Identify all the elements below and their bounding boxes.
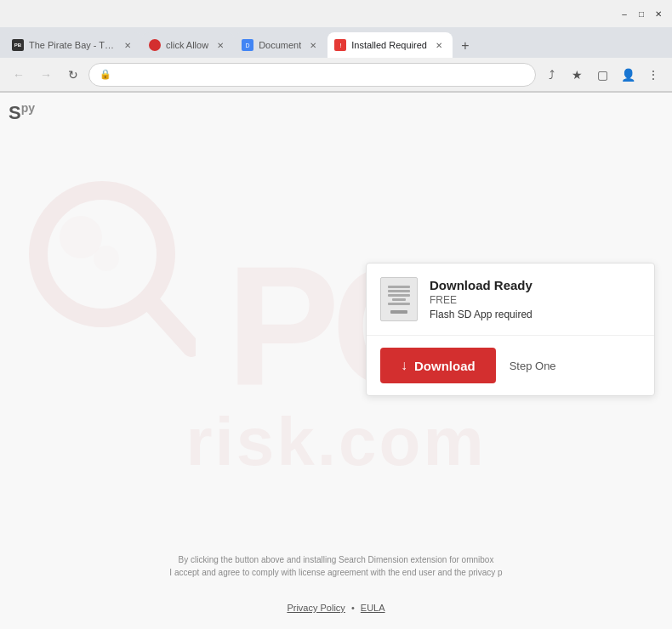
step-one-button[interactable]: Step One [496,349,570,382]
tab-label-document: Document [259,40,301,50]
download-buttons: ↓ Download Step One [367,336,654,395]
app-icon-line-2 [388,290,410,292]
window-chrome: – □ ✕ PB The Pirate Bay - The ga... ✕ cl… [0,0,672,93]
step-one-label: Step One [510,360,556,372]
bookmark-button[interactable]: ★ [565,63,589,87]
privacy-policy-link[interactable]: Privacy Policy [287,603,345,613]
watermark-risk: risk.com [185,403,486,481]
profile-button[interactable]: 👤 [616,63,640,87]
app-icon-line-6 [390,310,407,314]
tab-favicon-click-allow [149,39,161,51]
app-icon-line-4 [392,298,406,301]
share-button[interactable]: ⤴ [539,63,563,87]
app-icon [380,277,418,321]
download-free-label: FREE [430,294,641,306]
tab-favicon-installed: ! [334,39,346,51]
download-panel: Download Ready FREE Flash SD App require… [366,263,655,396]
download-info: Download Ready FREE Flash SD App require… [367,264,654,336]
address-bar: ← → ↻ 🔒 ⤴ ★ ▢ 👤 ⋮ [0,58,672,92]
fine-print-line1: By clicking the button above and install… [34,553,638,566]
download-button-label: Download [414,359,476,373]
download-meta: Download Ready FREE Flash SD App require… [430,278,641,320]
logo-s: S [9,102,21,123]
app-icon-line-3 [388,294,410,297]
tab-label-click-allow: click Allow [166,40,208,50]
app-icon-line-5 [388,303,410,305]
minimize-button[interactable]: – [618,7,631,20]
address-input[interactable]: 🔒 [88,63,536,87]
download-button[interactable]: ↓ Download [380,348,496,383]
menu-button[interactable]: ⋮ [641,63,665,87]
download-subtitle: Flash SD App required [430,309,641,320]
tab-close-document[interactable]: ✕ [306,38,320,52]
address-actions: ⤴ ★ ▢ 👤 ⋮ [539,63,665,87]
eula-link[interactable]: EULA [361,603,385,613]
tab-pirate-bay[interactable]: PB The Pirate Bay - The ga... ✕ [5,32,141,58]
back-button[interactable]: ← [7,63,31,87]
fine-print-line2: I accept and agree to comply with licens… [34,566,638,579]
tab-label-pirate: The Pirate Bay - The ga... [29,40,116,50]
magnify-icon [26,178,196,368]
tab-close-installed[interactable]: ✕ [432,38,446,52]
tab-favicon-pirate: PB [12,39,24,51]
svg-line-3 [153,305,191,348]
download-title: Download Ready [430,278,641,292]
tab-close-click-allow[interactable]: ✕ [214,38,227,52]
tab-close-pirate[interactable]: ✕ [121,38,134,52]
new-tab-button[interactable]: + [453,34,477,58]
tab-document[interactable]: D Document ✕ [235,32,327,58]
fine-print: By clicking the button above and install… [0,553,672,579]
reload-button[interactable]: ↻ [61,63,85,87]
page-content: PC risk.com Spy Download Ready [0,93,672,629]
svg-point-2 [94,246,119,271]
site-logo: Spy [9,101,35,124]
restore-button[interactable]: □ [635,7,648,20]
logo-py: py [21,101,35,115]
tab-click-allow[interactable]: click Allow ✕ [142,32,234,58]
window-controls: – □ ✕ [618,7,665,20]
download-icon: ↓ [401,358,407,373]
page-footer: Privacy Policy • EULA [0,603,672,613]
tab-installed-required[interactable]: ! Installed Required ✕ [327,32,453,58]
footer-separator: • [351,603,355,613]
tab-bar: PB The Pirate Bay - The ga... ✕ click Al… [0,27,672,58]
close-button[interactable]: ✕ [652,7,665,20]
app-icon-line-1 [388,286,410,288]
tab-favicon-document: D [242,39,253,51]
extensions-button[interactable]: ▢ [590,63,614,87]
forward-button[interactable]: → [34,63,58,87]
title-bar: – □ ✕ [0,0,672,27]
tab-label-installed: Installed Required [351,40,427,50]
lock-icon: 🔒 [100,69,111,80]
